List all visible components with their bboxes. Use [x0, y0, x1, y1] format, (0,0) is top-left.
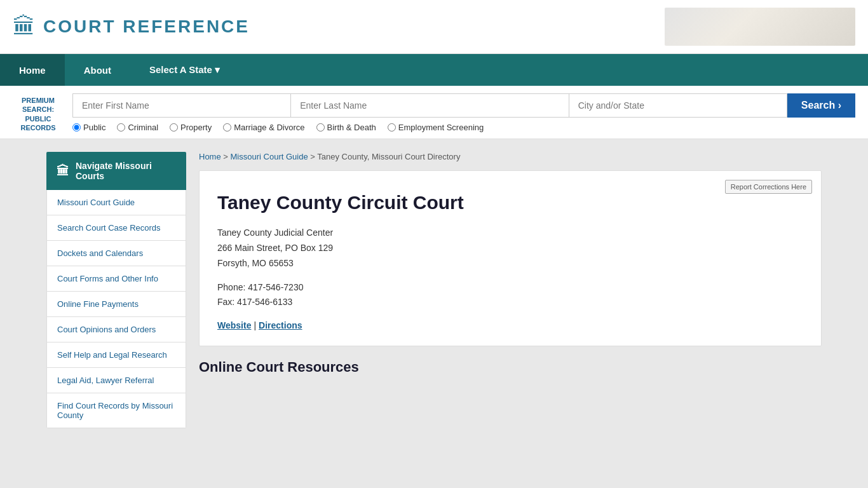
fax-number: Fax: 417-546-6133	[217, 297, 292, 307]
breadcrumb: Home > Missouri Court Guide > Taney Coun…	[199, 152, 822, 161]
breadcrumb-current: Taney County, Missouri Court Directory	[317, 152, 460, 161]
last-name-input[interactable]	[290, 93, 568, 118]
directions-link[interactable]: Directions	[259, 320, 302, 330]
sidebar-item-self-help[interactable]: Self Help and Legal Research	[46, 342, 186, 368]
radio-employment[interactable]	[388, 123, 396, 132]
radio-employment-text: Employment Screening	[398, 123, 484, 132]
website-link[interactable]: Website	[217, 320, 251, 330]
radio-employment-label[interactable]: Employment Screening	[388, 123, 484, 132]
radio-public-text: Public	[83, 123, 105, 132]
breadcrumb-home[interactable]: Home	[199, 152, 221, 161]
search-inputs-row: Search ›	[72, 93, 855, 118]
sidebar-item-mo-court-guide[interactable]: Missouri Court Guide	[46, 190, 186, 215]
links-separator: |	[254, 320, 256, 330]
sidebar: 🏛 Navigate MissouriCourts Missouri Court…	[46, 152, 186, 428]
radio-criminal-text: Criminal	[128, 123, 158, 132]
address-line2: 266 Main Street, PO Box 129	[217, 243, 333, 253]
court-address: Taney County Judicial Center 266 Main St…	[217, 226, 803, 271]
report-corrections-button[interactable]: Report Corrections Here	[725, 180, 812, 194]
radio-birth-label[interactable]: Birth & Death	[316, 123, 376, 132]
radio-marriage-label[interactable]: Marriage & Divorce	[223, 123, 304, 132]
main-nav: Home About Select A State ▾	[0, 54, 868, 86]
radio-criminal-label[interactable]: Criminal	[117, 123, 158, 132]
premium-label: PREMIUM SEARCH: PUBLIC RECORDS	[13, 93, 64, 132]
site-header: 🏛 COURT REFERENCE	[0, 0, 868, 54]
logo-icon: 🏛	[13, 13, 36, 40]
radio-marriage[interactable]	[223, 123, 231, 132]
radio-public[interactable]	[72, 123, 81, 132]
radio-criminal[interactable]	[117, 123, 125, 132]
sidebar-item-search-records[interactable]: Search Court Case Records	[46, 215, 186, 241]
main-content: 🏛 Navigate MissouriCourts Missouri Court…	[40, 139, 828, 441]
premium-line4: RECORDS	[20, 124, 55, 132]
phone-number: Phone: 417-546-7230	[217, 282, 303, 292]
radio-marriage-text: Marriage & Divorce	[234, 123, 304, 132]
breadcrumb-state-guide[interactable]: Missouri Court Guide	[231, 152, 308, 161]
sidebar-item-opinions[interactable]: Court Opinions and Orders	[46, 317, 186, 342]
court-links: Website | Directions	[217, 320, 803, 330]
first-name-input[interactable]	[72, 93, 290, 118]
record-type-radio-group: Public Criminal Property Marriage & Divo…	[72, 123, 855, 132]
address-line1: Taney County Judicial Center	[217, 227, 333, 238]
breadcrumb-sep2: >	[310, 152, 317, 161]
search-button[interactable]: Search ›	[787, 93, 855, 118]
address-line3: Forsyth, MO 65653	[217, 258, 294, 268]
radio-property[interactable]	[170, 123, 178, 132]
header-courthouse-image	[665, 8, 855, 46]
breadcrumb-sep1: >	[223, 152, 230, 161]
logo-text: COURT REFERENCE	[43, 17, 250, 37]
city-state-input[interactable]	[569, 93, 787, 118]
sidebar-item-legal-aid[interactable]: Legal Aid, Lawyer Referral	[46, 368, 186, 393]
page-content: Home > Missouri Court Guide > Taney Coun…	[199, 152, 822, 428]
radio-property-label[interactable]: Property	[170, 123, 212, 132]
sidebar-header: 🏛 Navigate MissouriCourts	[46, 152, 186, 190]
radio-birth[interactable]	[316, 123, 325, 132]
radio-property-text: Property	[180, 123, 212, 132]
sidebar-item-dockets[interactable]: Dockets and Calendars	[46, 241, 186, 266]
court-phone-fax: Phone: 417-546-7230 Fax: 417-546-6133	[217, 280, 803, 311]
search-bar: PREMIUM SEARCH: PUBLIC RECORDS Search › …	[0, 86, 868, 139]
premium-line3: PUBLIC	[25, 115, 51, 123]
nav-select-state[interactable]: Select A State ▾	[130, 54, 239, 86]
search-inputs-group: Search › Public Criminal Property Marria…	[72, 93, 855, 132]
online-resources-title: Online Court Resources	[199, 359, 822, 376]
sidebar-item-fine-payments[interactable]: Online Fine Payments	[46, 292, 186, 317]
radio-birth-text: Birth & Death	[327, 123, 376, 132]
sidebar-court-icon: 🏛	[57, 164, 69, 179]
premium-line2: SEARCH:	[22, 105, 54, 113]
court-card: Report Corrections Here Taney County Cir…	[199, 170, 822, 346]
nav-about[interactable]: About	[65, 54, 130, 86]
premium-line1: PREMIUM	[22, 97, 55, 104]
court-title: Taney County Circuit Court	[217, 191, 803, 214]
radio-public-label[interactable]: Public	[72, 123, 105, 132]
sidebar-item-court-forms[interactable]: Court Forms and Other Info	[46, 266, 186, 292]
nav-home[interactable]: Home	[0, 54, 65, 86]
sidebar-header-label: Navigate MissouriCourts	[76, 161, 152, 181]
sidebar-item-find-records[interactable]: Find Court Records by Missouri County	[46, 393, 186, 428]
